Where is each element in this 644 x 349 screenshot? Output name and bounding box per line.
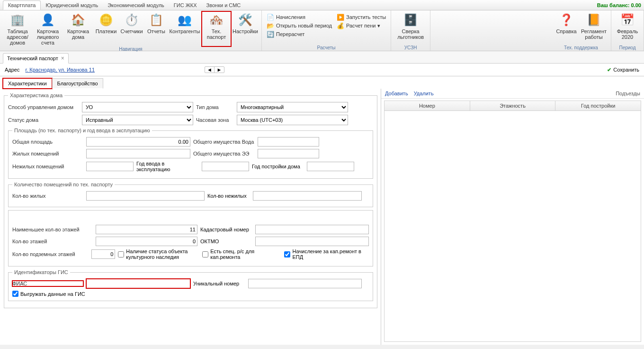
col-floors[interactable]: Этажность: [470, 101, 556, 110]
btn-delete[interactable]: Удалить: [414, 91, 434, 96]
input-cadastral[interactable]: [255, 225, 369, 234]
clipboard-icon: 📋: [149, 12, 164, 28]
check-spec-account[interactable]: Есть спец. р/с для кап.ремонта: [202, 248, 281, 260]
folder-icon: 📂: [267, 22, 274, 29]
input-water[interactable]: [258, 137, 319, 147]
next-button[interactable]: ►: [215, 67, 224, 73]
btn-counterparties[interactable]: 👥Контрагенты: [169, 11, 201, 46]
select-status[interactable]: Исправный: [82, 115, 193, 125]
input-total-area[interactable]: [86, 137, 190, 147]
input-buildyear[interactable]: [307, 162, 354, 171]
btn-payments[interactable]: 🪙Платежи: [94, 11, 118, 46]
btn-account-card[interactable]: 👤Карточка лицевого счета: [33, 11, 63, 46]
doc-icon: 📄: [267, 13, 274, 21]
label-count-nonres: Кол-во нежилых: [207, 193, 250, 199]
address-label: Адрес: [5, 67, 20, 73]
people-icon: 👥: [177, 12, 192, 28]
col-year[interactable]: Год постройки: [555, 101, 641, 110]
btn-meters[interactable]: ⏱️Счетчики: [119, 11, 144, 46]
legend-gis: Идентификаторы ГИС: [12, 269, 70, 275]
top-tab-gis[interactable]: ГИС ЖКХ: [169, 1, 202, 9]
btn-help[interactable]: ❓Справка: [554, 11, 579, 45]
db-icon: 🗄️: [403, 12, 418, 28]
btn-period[interactable]: 📅Февраль 2020: [614, 11, 641, 45]
input-oktmo[interactable]: [255, 237, 369, 246]
prev-button[interactable]: ◄: [205, 67, 215, 73]
label-floors: Кол-во этажей: [12, 239, 93, 244]
group-label-uszn: УСЗН: [404, 45, 417, 51]
save-button[interactable]: ✔ Сохранить: [607, 67, 639, 73]
input-ee[interactable]: [258, 149, 319, 158]
input-nonresidential[interactable]: [86, 162, 134, 171]
gauge-icon: ⏱️: [124, 12, 139, 28]
btn-run-tests[interactable]: ▶️Запустить тесты: [337, 13, 386, 21]
grid-header: Номер Этажность Год постройки: [384, 101, 641, 111]
check-heritage[interactable]: Наличие статуса объекта культурного насл…: [118, 248, 199, 260]
address-bar: Адрес г. Краснодар, ул. Иванова 11 ◄ ► ✔…: [0, 64, 644, 76]
house-doc-icon: 🏘️: [209, 12, 224, 28]
label-type: Тип дома: [196, 104, 234, 110]
btn-recalc[interactable]: 🔄Перерасчет: [267, 30, 332, 38]
subtab-characteristics[interactable]: Характеристики: [3, 78, 52, 89]
label-residential: Жилых помещений: [12, 151, 83, 156]
input-count-nonres[interactable]: [253, 191, 362, 201]
doc-tab-techpassport[interactable]: Технический паспорт ×: [3, 53, 69, 64]
select-tz[interactable]: Москва (UTC+03): [237, 115, 348, 125]
input-count-res[interactable]: [86, 191, 205, 201]
input-year[interactable]: [202, 162, 249, 171]
input-residential[interactable]: [86, 149, 190, 158]
buildings-icon: 🏢: [10, 12, 25, 28]
btn-accruals[interactable]: 📄Начисления: [267, 13, 332, 21]
label-status: Статус дома: [8, 117, 79, 123]
top-tab-kvartplata[interactable]: Квартплата: [3, 0, 41, 10]
label-count-res: Кол-во жилых: [12, 193, 83, 199]
address-link[interactable]: г. Краснодар, ул. Иванова 11: [26, 67, 95, 73]
btn-address-table[interactable]: 🏢Таблица адресов/домов: [3, 11, 32, 46]
label-underfloors: Кол-во подземных этажей: [12, 251, 89, 257]
select-mgmt[interactable]: УО: [82, 102, 193, 112]
group-label-nav: Навигация: [119, 46, 142, 52]
btn-open-period[interactable]: 📂Открыть новый период: [267, 22, 332, 29]
record-nav: ◄ ►: [205, 66, 224, 73]
label-water: Общего имущества Вода: [193, 139, 255, 145]
calendar-icon: 📅: [620, 12, 635, 28]
btn-tech-passport[interactable]: 🏘️Тех. паспорт: [202, 11, 231, 46]
check-epd[interactable]: Начисление за кап.ремонт в ЕПД: [284, 248, 369, 260]
btn-reglament[interactable]: 📙Регламент работы: [580, 11, 608, 45]
input-unique[interactable]: [248, 279, 362, 288]
input-floors[interactable]: [96, 237, 197, 246]
col-number[interactable]: Номер: [385, 101, 470, 110]
label-ee: Общего имущества ЭЭ: [193, 151, 255, 156]
group-gis: Идентификаторы ГИС ФИАС Уникальный номер…: [8, 269, 373, 301]
input-minfloors[interactable]: [96, 225, 197, 234]
btn-penalty[interactable]: 💰Расчет пени ▾: [337, 22, 386, 29]
btn-reports[interactable]: 📋Отчеты: [145, 11, 168, 46]
btn-house-card[interactable]: 🏠Карточка дома: [63, 11, 93, 46]
top-tab-economic[interactable]: Экономический модуль: [103, 1, 169, 9]
house-icon: 🏠: [71, 12, 86, 28]
label-mgmt: Способ управления домом: [8, 104, 79, 110]
select-type[interactable]: Многоквартирный: [237, 102, 348, 112]
btn-settings[interactable]: 🛠️Настройки: [232, 11, 259, 46]
group-label-period: Период: [619, 45, 635, 51]
input-underfloors[interactable]: [91, 249, 115, 259]
top-tab-calls[interactable]: Звонки и СМС: [202, 1, 246, 9]
btn-add[interactable]: Добавить: [385, 91, 408, 96]
group-label-calc: Расчеты: [317, 45, 336, 51]
left-panel: Характеристика дома Способ управления до…: [0, 89, 381, 345]
ribbon: 🏢Таблица адресов/домов 👤Карточка лицевог…: [0, 10, 644, 51]
label-tz: Часовая зона: [196, 117, 234, 123]
btn-uszn[interactable]: 🗄️Сверка льготников: [394, 11, 427, 45]
doc-tab-label: Технический паспорт: [7, 55, 58, 61]
close-icon[interactable]: ×: [61, 55, 64, 62]
top-tab-legal[interactable]: Юридический модуль: [41, 1, 103, 9]
check-export-gis[interactable]: Выгружать данные на ГИС: [12, 291, 369, 297]
subtab-amenities[interactable]: Благоустройство: [52, 78, 103, 89]
input-fias[interactable]: [86, 279, 190, 288]
refresh-icon: 🔄: [267, 30, 274, 38]
label-unique: Уникальный номер: [193, 281, 245, 286]
right-title: Подъезды: [616, 91, 640, 96]
grid-body[interactable]: [384, 111, 641, 342]
legend-count: Количество помещений по тех. паспорту: [12, 182, 115, 187]
menu-bar: Квартплата Юридический модуль Экономичес…: [0, 0, 644, 10]
